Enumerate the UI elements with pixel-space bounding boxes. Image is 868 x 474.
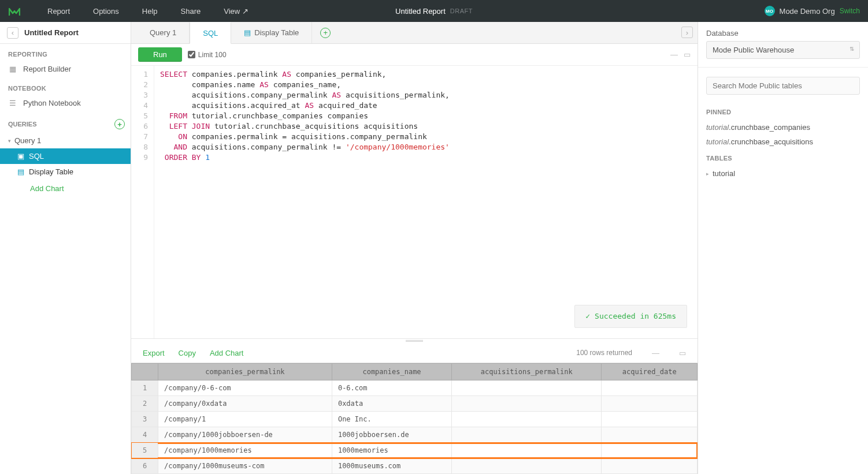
tab-display-table-label: Display Table [254,28,299,37]
draft-badge: DRAFT [450,8,473,14]
results-table: companies_permalinkcompanies_nameacquisi… [131,363,698,474]
tab-query-1[interactable]: Query 1 [137,22,190,43]
limit-checkbox[interactable]: Limit 100 [188,51,227,59]
database-label: Database [706,29,860,38]
sql-icon: ▣ [17,152,24,161]
menu-help[interactable]: Help [131,7,169,16]
run-button[interactable]: Run [138,47,182,62]
row-number: 5 [132,443,158,458]
limit-checkbox-input[interactable] [188,51,195,58]
sidebar-report-builder[interactable]: ▦ Report Builder [0,60,131,78]
line-gutter: 123456789 [131,66,154,338]
column-header[interactable]: acquisitions_permalink [452,364,602,380]
org-name[interactable]: Mode Demo Org [780,7,835,16]
minimize-icon[interactable]: — [670,50,678,59]
table-cell [602,427,698,443]
pinned-table[interactable]: tutorial.crunchbase_acquisitions [706,135,860,149]
table-cell [602,412,698,427]
top-navbar: Report Options Help Share View ↗ Untitle… [0,0,868,22]
section-reporting: REPORTING [0,44,131,60]
table-cell: /company/1000memories [158,443,332,458]
menu-report[interactable]: Report [36,7,81,16]
table-row[interactable]: 6/company/1000museums-com1000museums.com [132,458,698,474]
copy-button[interactable]: Copy [179,349,196,357]
expand-button[interactable]: › [681,27,693,38]
python-notebook-label: Python Notebook [23,99,81,107]
table-row[interactable]: 5/company/1000memories1000memories [132,443,698,458]
left-sidebar: ‹ Untitled Report REPORTING ▦ Report Bui… [0,22,131,474]
results-maximize-icon[interactable]: ▭ [679,349,686,357]
mode-logo[interactable] [8,5,21,17]
database-select[interactable]: Mode Public Warehouse [706,41,860,59]
menu-view[interactable]: View ↗ [212,7,260,16]
org-avatar[interactable]: MO [765,6,775,16]
sql-label: SQL [29,152,44,161]
sidebar-sql[interactable]: ▣ SQL [0,148,131,164]
back-button[interactable]: ‹ [7,27,18,39]
table-cell [602,380,698,396]
tables-section: TABLES [706,155,860,162]
table-cell [452,427,602,443]
table-cell: /company/0-6-com [158,380,332,396]
report-builder-label: Report Builder [23,65,71,73]
row-number: 1 [132,380,158,396]
column-header[interactable]: acquired_date [602,364,698,380]
schema-tree-item[interactable]: ▸ tutorial [706,166,860,181]
sidebar-query-1[interactable]: ▾ Query 1 [0,133,131,148]
table-cell [452,380,602,396]
query-1-label: Query 1 [14,136,41,145]
sql-editor[interactable]: 123456789 SELECT companies.permalink AS … [131,66,698,338]
export-button[interactable]: Export [143,349,165,357]
table-row[interactable]: 1/company/0-6-com0-6.com [132,380,698,396]
table-cell: 0-6.com [332,380,451,396]
pinned-section: PINNED [706,109,860,115]
query-tabs: Query 1 SQL ▤ Display Table + › [131,22,698,44]
sidebar-python-notebook[interactable]: ☰ Python Notebook [0,94,131,112]
table-cell: 1000jobboersen.de [332,427,451,443]
add-tab-button[interactable]: + [320,28,331,38]
display-table-label: Display Table [29,167,73,176]
schema-panel: Database Mode Public Warehouse PINNED tu… [698,22,868,474]
table-cell: /company/0xdata [158,396,332,412]
pinned-table[interactable]: tutorial.crunchbase_companies [706,120,860,135]
menu-share[interactable]: Share [169,7,213,16]
add-chart-button[interactable]: Add Chart [210,349,244,357]
table-cell: /company/1000museums-com [158,458,332,474]
tab-sql[interactable]: SQL [190,22,231,44]
table-cell: 0xdata [332,396,451,412]
tab-display-table[interactable]: ▤ Display Table [231,22,312,43]
column-header[interactable]: companies_permalink [158,364,332,380]
report-title: Untitled Report [395,7,446,16]
expand-icon: ▸ [706,171,709,177]
results-minimize-icon[interactable]: — [652,349,659,357]
sidebar-title: Untitled Report [24,28,79,37]
check-icon: ✓ [585,311,590,322]
table-icon: ▤ [244,28,251,37]
code-area[interactable]: SELECT companies.permalink AS companies_… [154,66,455,338]
status-badge: ✓ Succeeded in 625ms [574,305,687,328]
notebook-icon: ☰ [8,99,17,107]
pane-splitter[interactable] [131,338,698,343]
schema-search-input[interactable] [706,77,860,95]
collapse-icon: ▾ [8,138,11,144]
maximize-icon[interactable]: ▭ [684,50,691,59]
switch-org-link[interactable]: Switch [840,7,860,15]
table-cell [452,458,602,474]
table-row[interactable]: 4/company/1000jobboersen-de1000jobboerse… [132,427,698,443]
sidebar-add-chart[interactable]: Add Chart [0,180,131,197]
schema-name: tutorial [713,169,735,178]
table-row[interactable]: 2/company/0xdata0xdata [132,396,698,412]
sidebar-display-table[interactable]: ▤ Display Table [0,164,131,180]
table-cell [452,443,602,458]
section-notebook: NOTEBOOK [0,78,131,94]
section-queries: QUERIES [8,121,37,128]
add-query-button[interactable]: + [114,119,125,129]
table-row[interactable]: 3/company/1One Inc. [132,412,698,427]
column-header[interactable]: companies_name [332,364,451,380]
table-cell [602,458,698,474]
table-cell [452,412,602,427]
row-number: 6 [132,458,158,474]
limit-label: Limit 100 [198,51,227,59]
menu-options[interactable]: Options [81,7,131,16]
table-cell: /company/1000jobboersen-de [158,427,332,443]
